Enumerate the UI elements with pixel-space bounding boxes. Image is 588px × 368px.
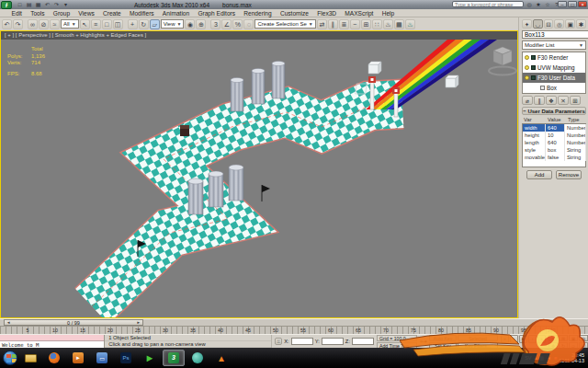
- rendered-frame-window-icon[interactable]: ▦: [394, 19, 404, 29]
- search-icon[interactable]: ◎: [526, 1, 533, 7]
- snaps-toggle-icon[interactable]: 3: [210, 19, 220, 29]
- modifier-bulb-icon[interactable]: [525, 65, 529, 70]
- taskbar-vlc-icon[interactable]: ▲: [210, 350, 232, 366]
- user-data-row[interactable]: styleboxString: [523, 146, 585, 154]
- material-editor-icon[interactable]: ∷: [372, 19, 382, 29]
- user-data-rollout-header[interactable]: − User Data Parameters: [522, 107, 586, 115]
- select-and-rotate-icon[interactable]: ↻: [139, 19, 149, 29]
- select-and-move-icon[interactable]: +: [128, 19, 138, 29]
- favorites-icon[interactable]: ☆: [544, 1, 551, 7]
- motion-tab-icon[interactable]: ◎: [554, 19, 564, 29]
- modifier-stack-row[interactable]: Box: [523, 83, 585, 93]
- align-icon[interactable]: ∥: [328, 19, 338, 29]
- menu-item[interactable]: Flex3D: [313, 10, 341, 17]
- user-data-table[interactable]: width640Number height10Number length640N…: [522, 123, 586, 167]
- mirror-icon[interactable]: ⇄: [317, 19, 327, 29]
- taskbar-notes-app-icon[interactable]: ▭: [91, 350, 113, 366]
- modifier-bulb-icon[interactable]: [525, 75, 529, 80]
- spinner-snap-icon[interactable]: ◌: [243, 19, 254, 29]
- configure-modifier-sets-icon[interactable]: ⊞: [570, 96, 581, 105]
- menu-item[interactable]: Group: [49, 10, 74, 17]
- modify-tab-icon[interactable]: ◡: [533, 19, 543, 29]
- save-file-icon[interactable]: ▦: [34, 1, 42, 8]
- undo-icon[interactable]: ↶: [43, 1, 51, 8]
- rectangular-selection-region-icon[interactable]: □: [102, 19, 112, 29]
- communication-center-icon[interactable]: ★: [535, 1, 542, 7]
- zoom-extents-icon[interactable]: ▣: [569, 335, 578, 341]
- undo-icon[interactable]: ↶: [2, 19, 12, 29]
- menu-item[interactable]: Rendering: [240, 10, 277, 17]
- menu-item[interactable]: Graph Editors: [194, 10, 240, 17]
- object-name-field[interactable]: [522, 30, 588, 39]
- search-input[interactable]: [452, 1, 524, 7]
- use-pivot-point-center-icon[interactable]: ◉: [185, 19, 195, 29]
- bind-to-space-warp-icon[interactable]: ≈: [50, 19, 60, 29]
- previous-frame-icon[interactable]: ‹: [510, 335, 518, 343]
- selection-lock-icon[interactable]: ⚿: [275, 338, 282, 345]
- utilities-tab-icon[interactable]: ✱: [576, 19, 586, 29]
- remove-modifier-icon[interactable]: ✕: [558, 96, 569, 105]
- modifier-stack-row[interactable]: F30 User Data: [523, 73, 585, 83]
- schematic-view-icon[interactable]: ⊞: [361, 19, 371, 29]
- make-unique-icon[interactable]: ❖: [546, 96, 557, 105]
- display-tab-icon[interactable]: ▣: [565, 19, 575, 29]
- modifier-stack-row[interactable]: F30 Render: [523, 52, 585, 63]
- checkered-road[interactable]: [92, 104, 402, 306]
- zoom-all-icon[interactable]: ⊞: [559, 335, 568, 341]
- taskbar-play-app-icon[interactable]: ►: [139, 350, 161, 366]
- taskbar-clock[interactable]: 20:45 2011-04-13: [559, 352, 584, 364]
- show-hidden-icons-icon[interactable]: ▴: [534, 355, 537, 361]
- unlink-selection-icon[interactable]: ⊘: [39, 19, 49, 29]
- layer-manager-icon[interactable]: ≣: [339, 19, 349, 29]
- pin-stack-icon[interactable]: ⌀: [522, 96, 533, 105]
- taskbar-firefox-icon[interactable]: [43, 350, 65, 366]
- dark-prop-box[interactable]: [180, 125, 189, 136]
- render-setup-icon[interactable]: ♨: [383, 19, 393, 29]
- auto-key-button[interactable]: Auto Key: [429, 335, 457, 341]
- x-coordinate-field[interactable]: [291, 338, 313, 345]
- create-tab-icon[interactable]: ✦: [522, 19, 532, 29]
- named-selection-sets-dropdown[interactable]: Create Selection Se▼: [254, 19, 315, 29]
- restore-button[interactable]: ▭: [568, 1, 577, 7]
- play-icon[interactable]: ►: [519, 335, 527, 343]
- key-mode-dropdown[interactable]: Selected: [458, 335, 498, 341]
- tray-volume-icon[interactable]: ◄: [547, 355, 551, 361]
- selection-filter-dropdown[interactable]: All▼: [61, 19, 79, 29]
- redo-icon[interactable]: ↷: [52, 1, 61, 8]
- language-indicator[interactable]: SV: [525, 355, 531, 361]
- z-coordinate-field[interactable]: [352, 338, 374, 345]
- rainbow[interactable]: [366, 40, 497, 109]
- set-keys-icon[interactable]: ⊶: [420, 338, 427, 346]
- user-data-row[interactable]: movablefalseString: [523, 154, 585, 161]
- new-file-icon[interactable]: □: [16, 1, 24, 8]
- viewcube[interactable]: [489, 47, 516, 75]
- render-production-icon[interactable]: ♨: [405, 19, 415, 29]
- select-and-manipulate-icon[interactable]: ⊕: [196, 19, 206, 29]
- toolbar-options-icon[interactable]: ▾: [62, 1, 70, 8]
- user-data-row[interactable]: height10Number: [523, 132, 585, 139]
- show-end-result-icon[interactable]: ∥: [534, 96, 545, 105]
- viewport-scene[interactable]: [1, 40, 517, 317]
- next-frame-icon[interactable]: ►: [137, 320, 141, 325]
- curve-editor-icon[interactable]: ~: [350, 19, 360, 29]
- tray-alert-icon[interactable]: ■: [554, 355, 557, 361]
- menu-item[interactable]: MAXScript: [341, 10, 378, 17]
- close-button[interactable]: ×: [578, 1, 587, 7]
- angle-snap-icon[interactable]: ∠: [221, 19, 232, 29]
- select-by-name-icon[interactable]: ≡: [91, 19, 101, 29]
- go-to-end-icon[interactable]: »: [537, 335, 546, 343]
- time-slider-handle[interactable]: ◄ 0 / 99 ►: [4, 319, 143, 326]
- y-coordinate-field[interactable]: [322, 338, 344, 345]
- open-file-icon[interactable]: ▤: [25, 1, 33, 8]
- listener-pane[interactable]: Welcome to M: [0, 341, 104, 348]
- menu-item[interactable]: Modifiers: [125, 10, 158, 17]
- taskbar-3dsmax-icon[interactable]: 3: [163, 350, 185, 366]
- start-button[interactable]: [3, 351, 17, 365]
- menu-item[interactable]: Tools: [27, 10, 50, 17]
- add-button[interactable]: Add: [526, 170, 552, 179]
- select-object-icon[interactable]: ↖: [80, 19, 90, 29]
- maxscript-mini-listener[interactable]: Welcome to M: [0, 335, 105, 348]
- reference-coordinate-system-dropdown[interactable]: View▼: [161, 19, 185, 29]
- field-of-view-icon[interactable]: ◎: [579, 335, 588, 341]
- menu-item[interactable]: Views: [74, 10, 99, 17]
